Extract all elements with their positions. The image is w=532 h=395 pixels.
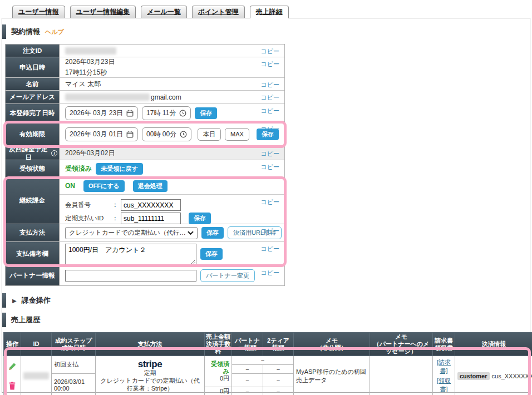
plan-type: 定期 bbox=[98, 369, 202, 377]
expiry-date-picker[interactable]: 2026年 03月 01日 bbox=[65, 127, 138, 141]
collapsed-arrow-icon: ▶ bbox=[12, 298, 17, 304]
copy-link[interactable]: コピー bbox=[260, 107, 279, 115]
row-email: メールアドレス gmail.com コピー bbox=[6, 91, 284, 104]
sales-datetime-cell: 2026/03/01 00:00 bbox=[52, 374, 96, 395]
row-recurring-billing: 継続課金 ON OFFにする 退会処理 会員番号 ： bbox=[6, 177, 284, 224]
payment-method-select[interactable]: クレジットカードでの定期払い（代行業者：Stripe） bbox=[65, 227, 198, 239]
member-number-input[interactable] bbox=[121, 199, 181, 211]
tab-mail-list[interactable]: メール一覧 bbox=[141, 6, 187, 18]
email-redacted-value bbox=[65, 93, 150, 101]
registration-time-picker[interactable]: 17時 11分 bbox=[142, 106, 191, 120]
recurring-payment-group: 継続課金 ON OFFにする 退会処理 会員番号 ： bbox=[6, 177, 284, 266]
registration-date-picker[interactable]: 2026年 03月 23日 bbox=[65, 106, 138, 120]
row-payment-method: 支払方法 クレジットカードでの定期払い（代行業者：Stripe） 保存 決済用U… bbox=[6, 224, 284, 242]
section-accent-bar bbox=[2, 293, 6, 308]
tab-user-info-edit[interactable]: ユーザー情報編集 bbox=[70, 6, 136, 18]
section-accent-bar bbox=[2, 24, 6, 39]
contract-section-header: 契約情報 ヘルプ bbox=[2, 24, 530, 39]
reward-dash: − bbox=[232, 356, 294, 365]
next-billing-value: 2026年03月02日 bbox=[65, 149, 115, 158]
save-button[interactable]: 保存 bbox=[189, 213, 211, 224]
order-id-label: 注文ID bbox=[6, 45, 60, 57]
help-link[interactable]: ヘルプ bbox=[45, 28, 64, 36]
apply-date: 2026年03月23日 bbox=[65, 57, 115, 67]
subscription-id-input[interactable] bbox=[121, 213, 181, 224]
invoice-link[interactable]: [請求書] bbox=[435, 358, 452, 375]
col-header-memo-private: メモ（非公開） bbox=[294, 333, 370, 356]
copy-link[interactable]: コピー bbox=[260, 150, 279, 158]
copy-link[interactable]: コピー bbox=[260, 93, 279, 102]
apply-time: 17時11分15秒 bbox=[65, 68, 107, 77]
save-button[interactable]: 保存 bbox=[201, 227, 224, 239]
sales-amount-cell: 受領済み 0円 bbox=[205, 356, 232, 387]
row-partner-info: パートナー情報 パートナー変更 コピー bbox=[6, 266, 284, 285]
payment-method-text: クレジットカードでの定期払い（代行業者：Stripe） bbox=[98, 377, 202, 392]
sales-step-cell: 初回支払 bbox=[52, 356, 96, 374]
calendar-icon bbox=[126, 110, 134, 117]
payment-note-label: 支払備考欄 bbox=[6, 242, 60, 266]
payment-note-textarea[interactable]: 1000円/日 アカウント２ bbox=[65, 244, 196, 265]
row-order-id: 注文ID コピー bbox=[6, 45, 284, 57]
tab-bar: ユーザー情報 ユーザー情報編集 メール一覧 ポイント管理 売上詳細 bbox=[0, 0, 532, 18]
copy-link[interactable]: コピー bbox=[260, 60, 279, 68]
invoice-cell: [請求書] [領収書] bbox=[433, 356, 455, 395]
expiry-date-value: 2026年 03月 01日 bbox=[70, 130, 123, 139]
today-button[interactable]: 本日 bbox=[198, 128, 221, 141]
contract-section-title: 契約情報 bbox=[11, 27, 40, 37]
copy-link[interactable]: コピー bbox=[260, 245, 279, 253]
save-button[interactable]: 保存 bbox=[200, 248, 223, 260]
billing-ops-section-title: 課金操作 bbox=[22, 295, 51, 305]
email-visible-part: gmail.com bbox=[151, 93, 181, 101]
delete-icon[interactable] bbox=[8, 382, 16, 390]
registration-complete-label: 本登録完了日時 bbox=[6, 104, 60, 122]
sales-table: 操作 ID 成約ステップ成約日時 支払方法 売上金額決済手数料 パートナー報酬 … bbox=[3, 332, 532, 395]
partner-info-label: パートナー情報 bbox=[6, 266, 60, 285]
tab-point-management[interactable]: ポイント管理 bbox=[192, 6, 245, 18]
memo-private-cell: MyASP移行のための初回売上データ bbox=[294, 356, 370, 395]
copy-link[interactable]: コピー bbox=[260, 125, 279, 134]
col-header-payment-info: 決済情報 bbox=[455, 333, 532, 356]
memo-partner-cell bbox=[370, 356, 433, 395]
max-button[interactable]: MAX bbox=[225, 128, 249, 141]
member-number-label: 会員番号 bbox=[65, 201, 110, 209]
copy-link[interactable]: コピー bbox=[260, 227, 279, 235]
row-expiry: 有効期限 2026年 03月 01日 00時 00分 本日 MAX 保存 コピー bbox=[6, 122, 284, 147]
col-header-partner-reward: パートナー報酬 bbox=[232, 333, 263, 356]
stripe-logo: stripe bbox=[98, 359, 202, 369]
col-header-payment-method: 支払方法 bbox=[96, 333, 205, 356]
edit-icon[interactable] bbox=[8, 362, 17, 371]
copy-link[interactable]: コピー bbox=[260, 269, 279, 277]
email-label: メールアドレス bbox=[6, 91, 60, 103]
next-billing-label: 次回課金予定日 i bbox=[6, 147, 60, 160]
apply-datetime-label: 申込日時 bbox=[6, 57, 60, 77]
turn-off-button[interactable]: OFFにする bbox=[83, 180, 125, 192]
info-icon[interactable]: i bbox=[51, 150, 57, 156]
next-billing-label-text: 次回課金予定日 bbox=[7, 145, 50, 162]
change-partner-button[interactable]: パートナー変更 bbox=[200, 269, 255, 282]
save-button[interactable]: 保存 bbox=[195, 107, 217, 119]
amount-status: 受領済み bbox=[207, 361, 229, 375]
billing-ops-section-header[interactable]: ▶ 課金操作 bbox=[2, 293, 530, 308]
tab-user-info[interactable]: ユーザー情報 bbox=[12, 6, 65, 18]
payment-method-selected: クレジットカードでの定期払い（代行業者：Stripe） bbox=[69, 229, 188, 237]
receipt-link[interactable]: [領収書] bbox=[435, 377, 452, 393]
section-accent-bar bbox=[2, 313, 6, 327]
copy-link[interactable]: コピー bbox=[260, 81, 279, 89]
copy-link[interactable]: コピー bbox=[260, 198, 279, 206]
withdraw-button[interactable]: 退会処理 bbox=[133, 180, 168, 192]
row-registration-complete: 本登録完了日時 2026年 03月 23日 17時 11分 保存 コピー bbox=[6, 104, 284, 122]
partner-info-input[interactable] bbox=[65, 270, 196, 282]
partner-reward-dash: − bbox=[232, 374, 263, 387]
row-apply-datetime: 申込日時 2026年03月23日 17時11分15秒 コピー bbox=[6, 57, 284, 78]
revert-unreceived-button[interactable]: 未受領に戻す bbox=[96, 163, 143, 175]
payment-info-cell: customercus_XXXXXXXX bbox=[455, 356, 532, 395]
copy-link[interactable]: コピー bbox=[260, 163, 279, 171]
colon: ： bbox=[112, 200, 119, 210]
expiry-time-value: 00時 00分 bbox=[146, 130, 176, 139]
expiry-time-picker[interactable]: 00時 00分 bbox=[142, 127, 191, 141]
copy-link[interactable]: コピー bbox=[260, 47, 279, 56]
chevron-down-icon bbox=[188, 231, 194, 235]
tab-sales-detail[interactable]: 売上詳細 bbox=[250, 6, 289, 18]
sales-id-redacted bbox=[23, 372, 49, 379]
calendar-icon bbox=[126, 131, 134, 138]
